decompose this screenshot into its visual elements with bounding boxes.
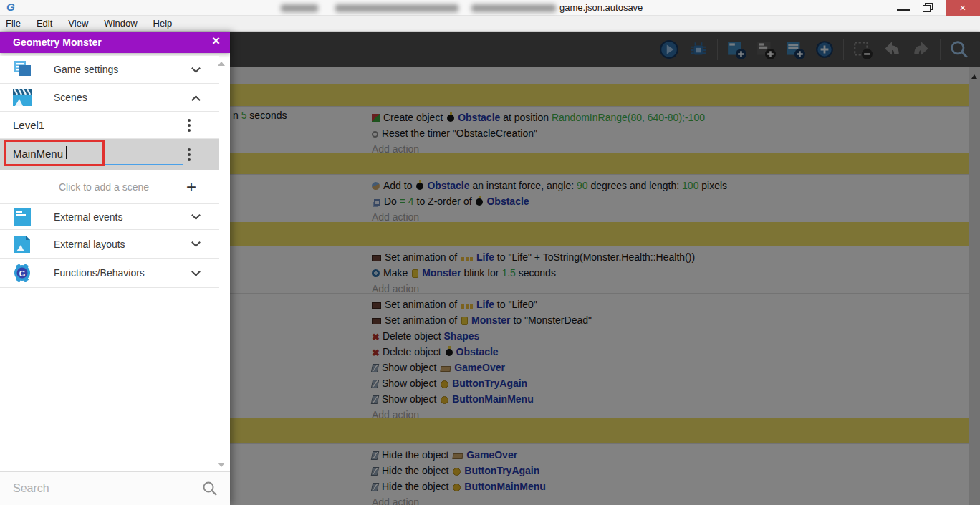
scene-name-input[interactable] bbox=[13, 148, 183, 165]
menu-view[interactable]: View bbox=[68, 18, 88, 29]
delete-event-button[interactable] bbox=[852, 39, 873, 60]
add-action-link[interactable]: Add action bbox=[372, 407, 969, 423]
action-line[interactable]: Show object GameOver bbox=[372, 360, 969, 375]
menu-window[interactable]: Window bbox=[104, 18, 137, 29]
animation-icon bbox=[372, 302, 381, 309]
action-line[interactable]: Create object Obstacle at position Rando… bbox=[372, 110, 969, 125]
close-panel-icon[interactable]: × bbox=[212, 33, 220, 49]
main-area: n 5 seconds Create object Obstacle at po… bbox=[230, 32, 980, 505]
conditions-column[interactable] bbox=[230, 294, 368, 418]
event-row: Hide the object GameOver Hide the object… bbox=[230, 443, 969, 505]
search-icon[interactable] bbox=[201, 480, 218, 497]
action-line[interactable]: Set animation of Monster to "MonsterDead… bbox=[372, 312, 969, 328]
animation-icon bbox=[372, 255, 381, 261]
debug-bug-button[interactable] bbox=[688, 39, 709, 60]
search-input[interactable] bbox=[13, 482, 201, 495]
conditions-column[interactable]: n 5 seconds bbox=[230, 107, 368, 153]
project-title: Geometry Monster bbox=[13, 37, 102, 48]
kebab-menu-icon[interactable] bbox=[188, 148, 191, 151]
sidebar-item-label: Scenes bbox=[54, 92, 193, 103]
action-line[interactable]: Add to Obstacle an instant force, angle:… bbox=[372, 178, 969, 193]
sidebar-item-external-events[interactable]: External events bbox=[0, 204, 219, 229]
plus-icon[interactable]: + bbox=[186, 177, 196, 197]
action-line[interactable]: Reset the timer "ObstacleCreation" bbox=[372, 125, 969, 141]
action-line[interactable]: ✖Delete object Obstacle bbox=[372, 344, 969, 360]
kebab-menu-icon[interactable] bbox=[188, 119, 191, 122]
action-line[interactable]: Set animation of Life to "Life" + ToStri… bbox=[372, 249, 969, 265]
chevron-down-icon[interactable] bbox=[191, 267, 201, 276]
search-events-button[interactable] bbox=[948, 39, 970, 60]
add-action-link[interactable]: Add action bbox=[372, 209, 969, 225]
action-line[interactable]: Hide the object ButtonMainMenu bbox=[372, 478, 969, 494]
add-action-link[interactable]: Add action bbox=[372, 494, 969, 505]
actions-column: Add to Obstacle an instant force, angle:… bbox=[368, 175, 969, 222]
button-object-icon bbox=[453, 468, 461, 476]
sidebar-item-label: Game settings bbox=[54, 64, 193, 75]
chevron-down-icon[interactable] bbox=[191, 238, 201, 247]
sidebar-scroll-down-icon[interactable] bbox=[218, 463, 225, 467]
scroll-up-icon[interactable] bbox=[971, 74, 977, 79]
sidebar-item-game-settings[interactable]: Game settings bbox=[0, 56, 219, 83]
sidebar-item-external-layouts[interactable]: External layouts bbox=[0, 230, 219, 258]
undo-button[interactable] bbox=[881, 39, 903, 60]
sheet-top-gap bbox=[230, 67, 969, 84]
add-comment-button[interactable] bbox=[784, 39, 806, 60]
scene-item-mainmenu-editing[interactable] bbox=[0, 139, 219, 170]
preview-play-button[interactable] bbox=[658, 39, 680, 60]
comment-bar[interactable] bbox=[230, 84, 969, 106]
project-manager-panel: Geometry Monster × Game settings Scenes … bbox=[0, 32, 230, 505]
action-line[interactable]: Hide the object ButtonTryAgain bbox=[372, 463, 969, 478]
add-event-button[interactable] bbox=[726, 39, 747, 60]
chevron-down-icon[interactable] bbox=[191, 211, 201, 220]
action-line[interactable]: Do = 4 to Z-order of Obstacle bbox=[372, 193, 969, 209]
menu-help[interactable]: Help bbox=[153, 18, 173, 29]
event-row: n 5 seconds Create object Obstacle at po… bbox=[230, 106, 969, 153]
scene-item-level1[interactable]: Level1 bbox=[0, 112, 219, 138]
add-subevent-button[interactable] bbox=[755, 39, 777, 60]
gameover-object-icon bbox=[453, 453, 463, 459]
redo-button[interactable] bbox=[911, 39, 932, 60]
add-action-link[interactable]: Add action bbox=[372, 141, 969, 157]
hide-icon bbox=[371, 467, 380, 476]
action-line[interactable]: Show object ButtonMainMenu bbox=[372, 391, 969, 407]
sidebar-item-label: External events bbox=[54, 211, 193, 223]
external-events-icon bbox=[11, 207, 34, 227]
create-object-icon bbox=[372, 114, 380, 122]
events-scrollbar[interactable] bbox=[969, 67, 980, 505]
sidebar-item-scenes[interactable]: Scenes bbox=[0, 84, 219, 111]
sidebar-item-label: External layouts bbox=[54, 239, 193, 250]
events-toolbar bbox=[230, 32, 980, 67]
timer-icon bbox=[372, 131, 378, 138]
chevron-down-icon[interactable] bbox=[191, 64, 201, 73]
close-window-button[interactable]: × bbox=[946, 0, 980, 16]
add-scene-row[interactable]: Click to add a scene + bbox=[0, 170, 219, 203]
toolbar-separator bbox=[717, 39, 718, 60]
show-icon bbox=[371, 395, 380, 404]
add-circle-button[interactable] bbox=[814, 39, 835, 60]
life-object-icon bbox=[461, 304, 464, 309]
sidebar-item-functions-behaviors[interactable]: G Functions/Behaviors bbox=[0, 259, 219, 287]
delete-icon: ✖ bbox=[372, 330, 380, 345]
animation-icon bbox=[372, 318, 381, 324]
restore-button[interactable] bbox=[923, 3, 933, 12]
sidebar-item-label: Functions/Behaviors bbox=[54, 267, 193, 279]
z-order-icon bbox=[374, 199, 380, 206]
button-object-icon bbox=[453, 484, 461, 491]
action-line[interactable]: Make Monster blink for 1.5 seconds bbox=[372, 265, 969, 281]
actions-column: Set animation of Life to "Life" + ToStri… bbox=[368, 246, 969, 293]
menu-edit[interactable]: Edit bbox=[37, 18, 52, 29]
chevron-up-icon[interactable] bbox=[191, 95, 201, 105]
sidebar-scroll-up-icon[interactable] bbox=[218, 62, 225, 66]
conditions-column[interactable] bbox=[230, 175, 368, 222]
comment-bar[interactable] bbox=[230, 222, 969, 246]
conditions-column[interactable] bbox=[230, 246, 368, 293]
conditions-column[interactable] bbox=[230, 444, 368, 505]
action-line[interactable]: ✖Delete object Shapes bbox=[372, 328, 969, 344]
menu-file[interactable]: File bbox=[6, 18, 21, 29]
window-title: game.json.autosave bbox=[559, 2, 643, 13]
action-line[interactable]: Hide the object GameOver bbox=[372, 447, 969, 463]
action-line[interactable]: Show object ButtonTryAgain bbox=[372, 375, 969, 391]
action-line[interactable]: Set animation of Life to "Life0" bbox=[372, 297, 969, 312]
minimize-button[interactable] bbox=[897, 9, 910, 11]
monster-object-icon bbox=[412, 269, 418, 278]
